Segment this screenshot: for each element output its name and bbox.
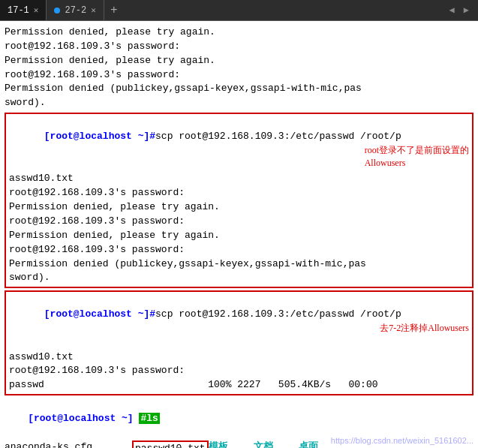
section2-cmd-wrap: asswd10.txt [9, 350, 469, 365]
section2-cmd: scp root@192.168.109.3:/etc/passwd /root… [155, 308, 401, 320]
file-wendang: 文档 [254, 440, 299, 448]
tab-27-2[interactable]: 27-2 ✕ [47, 0, 104, 20]
tab-bar: 17-1 ✕ 27-2 ✕ + ◀ ▶ [0, 0, 478, 21]
section1-pass3: root@192.168.109.3's password: [9, 243, 469, 257]
output-line-5: Permission denied (publickey,gssapi-keye… [5, 82, 473, 96]
tab-17-1-label: 17-1 [8, 5, 29, 16]
tab-add-button[interactable]: + [104, 4, 124, 17]
tab-27-2-dot [54, 8, 60, 14]
output-line-3: Permission denied, please try again. [5, 54, 473, 68]
file-col2: passwd10.txt pxe.sh 公共 [132, 440, 209, 448]
output-line-1: Permission denied, please try again. [5, 26, 473, 40]
ls-cmd-highlight: #ls [139, 413, 159, 424]
ls-prompt: [root@localhost ~] [28, 413, 133, 424]
section1-denied3: Permission denied (publickey,gssapi-keye… [9, 257, 469, 272]
file-anaconda: anaconda-ks.cfg [5, 440, 132, 448]
terminal-area[interactable]: Permission denied, please try again. roo… [0, 21, 478, 448]
file-passwd10: passwd10.txt [132, 440, 209, 448]
watermark: https://blog.csdn.net/weixin_5161602... [331, 436, 473, 445]
tab-17-1-close[interactable]: ✕ [34, 5, 39, 15]
tab-17-1[interactable]: 17-1 ✕ [0, 0, 47, 20]
section1-annotation: root登录不了是前面设置的Allowusers [365, 144, 469, 170]
section2-box: [root@localhost ~]#scp root@192.168.109.… [5, 290, 473, 395]
section1-pass2: root@192.168.109.3's password: [9, 215, 469, 229]
output-line-4: root@192.168.109.3's password: [5, 68, 473, 83]
section2-annotation: 去7-2注释掉Allowusers [380, 322, 469, 335]
tab-next-arrow[interactable]: ▶ [461, 3, 472, 17]
section2-prompt: [root@localhost ~]# [44, 308, 155, 320]
section1-cmd-line: [root@localhost ~]#scp root@192.168.109.… [9, 116, 469, 172]
tab-navigation: ◀ ▶ [446, 3, 478, 17]
ls-cmd-line: [root@localhost ~] #ls [5, 398, 473, 440]
tab-27-2-label: 27-2 [65, 5, 86, 16]
section1-prompt: [root@localhost ~]# [44, 131, 155, 142]
tab-27-2-close[interactable]: ✕ [91, 5, 96, 15]
section2-cmd-line: [root@localhost ~]#scp root@192.168.109.… [9, 293, 469, 350]
output-line-2: root@192.168.109.3's password: [5, 40, 473, 54]
file-col3: 模板 视频 图片 [209, 440, 254, 448]
file-col1: anaconda-ks.cfg DNS.sh initial-setup-ks.… [5, 440, 132, 448]
section2-success: passwd 100% 2227 505.4KB/s 00:00 [9, 378, 469, 392]
tab-prev-arrow[interactable]: ◀ [446, 3, 458, 17]
section1-cmd-wrap: asswd10.txt [9, 172, 469, 186]
section1-denied2: Permission denied, please try again. [9, 229, 469, 243]
section1-denied1: Permission denied, please try again. [9, 200, 469, 215]
section1-denied3b: sword). [9, 271, 469, 285]
output-line-6: sword). [5, 96, 473, 110]
file-col4: 文档 下载 音乐 [254, 440, 299, 448]
section2-pass: root@192.168.109.3's password: [9, 364, 469, 378]
section1-cmd: scp root@192.168.109.3:/etc/passwd /root… [155, 131, 401, 142]
section1-box: [root@localhost ~]#scp root@192.168.109.… [5, 113, 473, 288]
file-moban: 模板 [209, 440, 254, 448]
section1-pass1: root@192.168.109.3's password: [9, 186, 469, 200]
